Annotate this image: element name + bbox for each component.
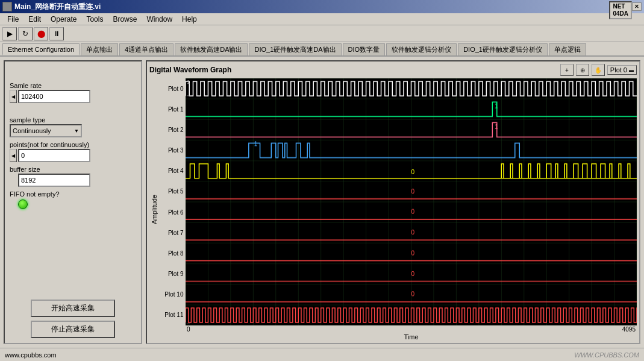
tab-hw-da-output[interactable]: DIO_1硬件触发高速DA输出 (249, 43, 341, 55)
points-label: points(not for continuously) (10, 141, 136, 148)
plot-names: Plot 0 Plot 1 Plot 2 Plot 3 Plot 4 Plot … (159, 78, 186, 325)
plot-name-8: Plot 8 (159, 243, 186, 263)
graph-controls: + ⊕ ✋ Plot 0 ▬ (560, 64, 637, 76)
tab-hw-logic[interactable]: DIO_1硬件触发逻辑分析仪 (458, 43, 548, 55)
tab-4ch-output[interactable]: 4通道单点输出 (119, 43, 174, 55)
menu-tools[interactable]: Tools (81, 14, 108, 24)
net-indicator: NET 04DA (609, 1, 632, 19)
zoom-fit-button[interactable]: ⊕ (576, 64, 589, 76)
run-button[interactable]: ▶ (2, 27, 17, 40)
menu-help[interactable]: Help (177, 14, 202, 24)
right-panel: Digital Waveform Graph + ⊕ ✋ Plot 0 ▬ Am… (146, 60, 640, 344)
window-title: Main_网络断开自动重连.vi (14, 2, 610, 12)
title-icon (2, 2, 12, 11)
stop-button[interactable]: ⬤ (34, 27, 48, 40)
menu-bar: File Edit Operate Tools Browse Window He… (0, 13, 644, 25)
x-axis-title: Time (186, 333, 637, 341)
plot-name-9: Plot 9 (159, 264, 186, 284)
x-axis-area: 0 4095 (186, 325, 637, 333)
menu-operate[interactable]: Operate (46, 14, 81, 24)
close-button[interactable]: ✕ (632, 2, 642, 11)
toolbar: ▶ ↻ ⬤ ⏸ (0, 25, 644, 42)
y-axis-label: Amplitude (149, 78, 158, 341)
status-bar: www.cpubbs.com WWW.CPUBBS.COM (0, 348, 644, 361)
title-bar: Main_网络断开自动重连.vi NET 04DA ─ □ ✕ (0, 0, 644, 13)
stop-button[interactable]: 停止高速采集 (31, 321, 115, 338)
plot-name-1: Plot 1 (159, 99, 186, 119)
waveform-canvas[interactable] (186, 78, 637, 325)
tab-ethernet-config[interactable]: Ethernet Configuration (2, 43, 80, 55)
main-content: Samle rate ◀ sample type Continuously ▼ … (0, 57, 644, 348)
plot-name-10: Plot 10 (159, 284, 186, 305)
pause-button[interactable]: ⏸ (49, 27, 64, 40)
start-button[interactable]: 开始高速采集 (31, 300, 115, 317)
points-input[interactable] (18, 149, 90, 162)
plot-name-7: Plot 7 (159, 222, 186, 243)
tab-sw-da-output[interactable]: 软件触发高速DA输出 (175, 43, 248, 55)
plot-name-2: Plot 2 (159, 119, 186, 140)
x-axis-end: 4095 (622, 326, 636, 333)
buffer-size-input[interactable] (18, 174, 90, 187)
plot-selector[interactable]: Plot 0 ▬ (607, 65, 637, 75)
dropdown-arrow-icon: ▼ (74, 128, 79, 134)
pan-button[interactable]: ✋ (592, 64, 605, 76)
menu-edit[interactable]: Edit (23, 14, 46, 24)
fifo-led (18, 199, 28, 209)
run-continuously-button[interactable]: ↻ (18, 27, 33, 40)
x-axis-labels: 0 4095 (186, 325, 637, 333)
tab-single-output[interactable]: 单点输出 (81, 43, 118, 55)
plot-name-5: Plot 5 (159, 181, 186, 202)
x-axis-start: 0 (187, 326, 190, 333)
tab-single-logic[interactable]: 单点逻辑 (549, 43, 586, 55)
sample-rate-down[interactable]: ◀ (10, 90, 17, 103)
watermark-text: WWW.CPUBBS.COM (574, 351, 639, 359)
plot-name-6: Plot 6 (159, 202, 186, 222)
menu-window[interactable]: Window (142, 14, 177, 24)
tab-sw-logic[interactable]: 软件触发逻辑分析仪 (386, 43, 457, 55)
waveform-container: Plot 0 Plot 1 Plot 2 Plot 3 Plot 4 Plot … (159, 78, 637, 325)
sample-type-dropdown[interactable]: Continuously ▼ (10, 124, 82, 137)
plot-name-4: Plot 4 (159, 161, 186, 181)
graph-title: Digital Waveform Graph (149, 66, 231, 74)
plot-name-11: Plot 11 (159, 305, 186, 325)
graph-area: Amplitude Plot 0 Plot 1 Plot 2 Plot 3 Pl… (149, 78, 637, 341)
zoom-in-button[interactable]: + (560, 64, 574, 76)
left-panel: Samle rate ◀ sample type Continuously ▼ … (4, 60, 142, 344)
fifo-label: FIFO not empty? (10, 190, 136, 198)
plot-name-3: Plot 3 (159, 140, 186, 161)
sample-rate-input[interactable] (18, 90, 90, 103)
status-url: www.cpubbs.com (5, 351, 57, 359)
menu-file[interactable]: File (2, 14, 23, 24)
menu-browse[interactable]: Browse (108, 14, 142, 24)
buffer-size-label: buffer size (10, 166, 136, 173)
graph-header: Digital Waveform Graph + ⊕ ✋ Plot 0 ▬ (149, 64, 637, 76)
sample-type-label: sample type (10, 116, 136, 124)
sample-rate-label: Samle rate (10, 82, 136, 89)
points-down[interactable]: ◀ (10, 149, 17, 162)
plot-selector-icon: ▬ (629, 67, 634, 73)
tab-bar: Ethernet Configuration 单点输出 4通道单点输出 软件触发… (0, 42, 644, 57)
tab-dio-digital[interactable]: DIO数字量 (343, 43, 386, 55)
plot-name-0: Plot 0 (159, 78, 186, 99)
